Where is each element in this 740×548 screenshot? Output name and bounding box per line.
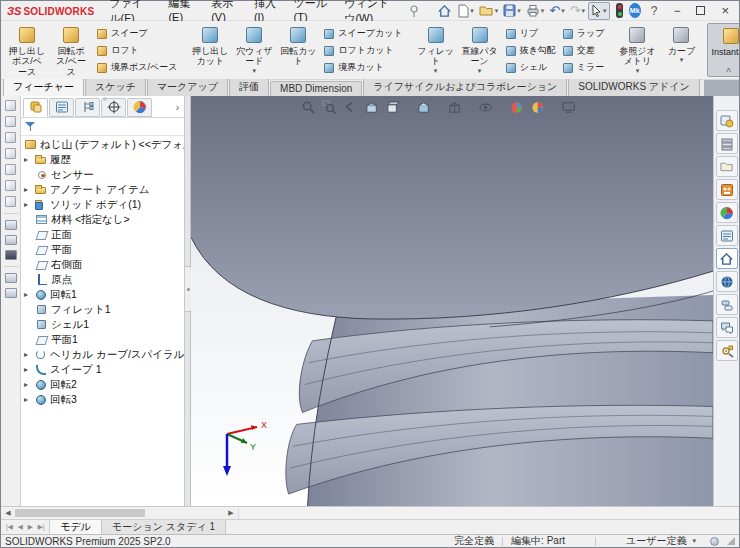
tab-solidworks-addins[interactable]: SOLIDWORKS アドイン [568, 78, 700, 96]
mirror-button[interactable]: ミラー [559, 59, 608, 76]
view-settings-icon[interactable] [559, 99, 577, 115]
tree-item-front-plane[interactable]: 正面 [21, 227, 184, 242]
home-button[interactable] [435, 2, 454, 20]
expand-chevron-icon[interactable]: ▸ [24, 365, 34, 374]
save-caret-icon[interactable]: ▾ [517, 7, 521, 15]
configuration-manager-tab[interactable] [75, 98, 100, 117]
boundary-cut-button[interactable]: 境界カット [320, 59, 405, 76]
swept-cut-button[interactable]: スイープカット [320, 25, 405, 42]
tree-item-shell1[interactable]: シェル1 [21, 317, 184, 332]
units-caret-icon[interactable]: ▾ [692, 537, 696, 545]
close-button[interactable]: × [721, 3, 729, 18]
scroll-right-icon[interactable]: ▶ [226, 509, 236, 517]
extruded-cut-button[interactable]: 押し出しカット [188, 23, 232, 77]
tag-globe-icon[interactable] [710, 537, 719, 546]
view-orientation-icon[interactable] [414, 99, 432, 115]
apply-scene-icon[interactable] [528, 99, 546, 115]
expand-chevron-icon[interactable]: ▸ [24, 350, 34, 359]
expand-chevron-icon[interactable]: ▸ [24, 155, 34, 164]
tree-item-material[interactable]: 材料 <指定なし> [21, 212, 184, 227]
property-manager-tab[interactable] [49, 98, 74, 117]
tree-item-plane1[interactable]: 平面1 [21, 332, 184, 347]
units-selector[interactable]: ユーザー定義 [626, 534, 686, 548]
help-button[interactable]: ? [651, 4, 658, 18]
linear-pattern-button[interactable]: 直線パターン ▾ [458, 23, 502, 77]
scrollbar-thumb[interactable] [15, 509, 145, 517]
wrap-button[interactable]: ラップ [559, 25, 608, 42]
expand-chevron-icon[interactable]: ▸ [24, 380, 34, 389]
screen-icon[interactable] [5, 250, 17, 260]
motion-study-tab[interactable]: モーション スタディ 1 [102, 520, 226, 534]
select-tool-button[interactable]: ▾ [588, 2, 610, 20]
lofted-boss-button[interactable]: ロフト [93, 42, 180, 59]
shell-button[interactable]: シェル [502, 59, 559, 76]
expand-chevron-icon[interactable]: ▸ [24, 395, 34, 404]
extruded-boss-base-button[interactable]: 押し出しボス/ベース [5, 23, 49, 77]
tab-mbd-dimension[interactable]: MBD Dimension [270, 81, 362, 96]
home-tab-icon[interactable] [716, 248, 738, 269]
new-document-button[interactable]: ▾ [455, 2, 476, 20]
body-display-icon[interactable] [5, 288, 17, 298]
file-explorer-icon[interactable] [716, 156, 738, 177]
fillet-button[interactable]: フィレット ▾ [414, 23, 458, 77]
model-tab[interactable]: モデル [50, 520, 102, 534]
filter-funnel-icon[interactable] [25, 121, 36, 132]
last-tab-icon[interactable]: ▶| [36, 522, 47, 532]
fillet-caret-icon[interactable]: ▾ [434, 67, 438, 74]
design-library-icon[interactable] [716, 133, 738, 154]
open-document-button[interactable]: ▾ [477, 2, 501, 20]
lofted-cut-button[interactable]: ロフトカット [320, 42, 405, 59]
horizontal-scrollbar[interactable]: ◀ ▶ [1, 508, 239, 519]
tab-markup[interactable]: マークアップ [147, 78, 228, 96]
hole-wizard-caret-icon[interactable]: ▾ [253, 67, 257, 74]
tools-settings-icon[interactable] [716, 340, 738, 361]
linear-pattern-caret-icon[interactable]: ▾ [478, 67, 482, 74]
redo-caret-icon[interactable]: ▾ [582, 7, 586, 15]
panel-splitter-handle[interactable] [103, 97, 107, 101]
annotation-view-icon[interactable] [5, 235, 17, 245]
tree-item-sweep1[interactable]: ▸ スイープ 1 [21, 362, 184, 377]
save-button[interactable]: ▾ [501, 2, 523, 20]
select-tool-caret-icon[interactable]: ▾ [603, 7, 607, 15]
view-palette-icon[interactable] [716, 179, 738, 200]
prev-tab-icon[interactable]: ◀ [16, 522, 25, 532]
tree-item-fillet1[interactable]: フィレット1 [21, 302, 184, 317]
tree-item-sensors[interactable]: センサー [21, 167, 184, 182]
pane-cube-icon-5[interactable] [5, 164, 16, 175]
tree-item-revolve2[interactable]: ▸ 回転2 [21, 377, 184, 392]
tree-item-history[interactable]: ▸ 履歴 [21, 152, 184, 167]
curves-caret-icon[interactable]: ▾ [680, 56, 684, 63]
pane-cube-icon-7[interactable] [5, 196, 16, 207]
section-view-icon[interactable] [362, 99, 380, 115]
tree-item-origin[interactable]: 原点 [21, 272, 184, 287]
zoom-to-fit-icon[interactable] [299, 99, 317, 115]
tree-item-revolve1[interactable]: ▸ 回転1 [21, 287, 184, 302]
hide-show-items-icon[interactable] [476, 99, 494, 115]
ribbon-collapse-chevron-icon[interactable]: ^ [726, 67, 731, 78]
expand-chevron-icon[interactable]: ▸ [24, 185, 34, 194]
tab-sketch[interactable]: スケッチ [85, 78, 146, 96]
maximize-button[interactable] [696, 6, 705, 15]
revolved-boss-base-button[interactable]: 回転ボス/ベース [49, 23, 93, 77]
undo-button[interactable]: ↶ ▾ [547, 2, 566, 20]
tree-root-item[interactable]: ねじ山 (デフォルト) <<デフォルト>_表示状態 [21, 137, 184, 152]
swept-boss-button[interactable]: スイープ [93, 25, 180, 42]
display-manager-tab[interactable] [127, 98, 152, 117]
feature-manager-tab[interactable] [23, 98, 48, 117]
edit-appearance-icon[interactable] [507, 99, 525, 115]
instant3d-button[interactable]: Instant3D [707, 23, 739, 77]
dynamic-annotation-icon[interactable] [383, 99, 401, 115]
graphics-viewport[interactable]: X Y [191, 96, 713, 506]
tab-evaluate[interactable]: 評価 [229, 78, 269, 96]
custom-properties-icon[interactable] [716, 225, 738, 246]
minimize-button[interactable]: − [673, 4, 680, 18]
solidworks-resources-icon[interactable] [716, 110, 738, 131]
pane-cube-icon-2[interactable] [5, 116, 16, 127]
forum-icon[interactable] [716, 317, 738, 338]
solidworks-connected-icon[interactable] [716, 294, 738, 315]
tree-item-revolve3[interactable]: ▸ 回転3 [21, 392, 184, 407]
resize-grip[interactable] [727, 537, 735, 545]
pin-menu-icon[interactable] [407, 4, 421, 18]
3d-content-central-icon[interactable] [716, 271, 738, 292]
print-caret-icon[interactable]: ▾ [541, 7, 545, 15]
